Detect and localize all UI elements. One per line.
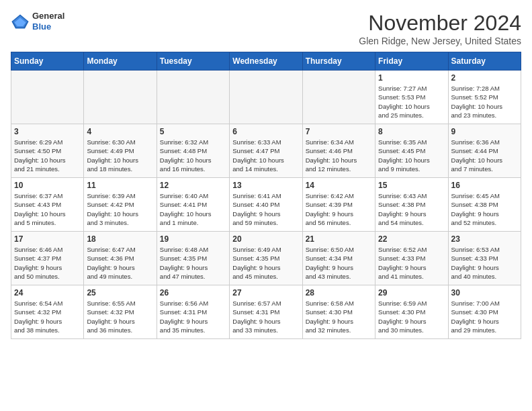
calendar-cell: 13Sunrise: 6:41 AM Sunset: 4:40 PM Dayli…	[230, 178, 302, 232]
day-info: Sunrise: 7:00 AM Sunset: 4:30 PM Dayligh…	[451, 299, 518, 334]
week-row-1: 1Sunrise: 7:27 AM Sunset: 5:53 PM Daylig…	[11, 71, 521, 124]
calendar-cell: 20Sunrise: 6:49 AM Sunset: 4:35 PM Dayli…	[230, 232, 302, 285]
day-info: Sunrise: 6:41 AM Sunset: 4:40 PM Dayligh…	[232, 191, 299, 227]
calendar-cell: 24Sunrise: 6:54 AM Sunset: 4:32 PM Dayli…	[11, 285, 84, 339]
day-number: 22	[378, 234, 445, 244]
day-number: 3	[14, 127, 81, 136]
day-info: Sunrise: 6:49 AM Sunset: 4:35 PM Dayligh…	[232, 245, 299, 281]
day-number: 27	[232, 288, 299, 298]
day-info: Sunrise: 6:36 AM Sunset: 4:44 PM Dayligh…	[451, 138, 518, 173]
weekday-header-tuesday: Tuesday	[157, 52, 229, 71]
weekday-header-friday: Friday	[375, 52, 448, 71]
day-info: Sunrise: 6:54 AM Sunset: 4:32 PM Dayligh…	[14, 299, 81, 334]
calendar-cell: 14Sunrise: 6:42 AM Sunset: 4:39 PM Dayli…	[302, 178, 375, 232]
day-info: Sunrise: 6:30 AM Sunset: 4:49 PM Dayligh…	[87, 138, 153, 173]
day-number: 23	[451, 234, 518, 244]
calendar-cell: 26Sunrise: 6:56 AM Sunset: 4:31 PM Dayli…	[157, 285, 229, 339]
calendar-cell: 7Sunrise: 6:34 AM Sunset: 4:46 PM Daylig…	[302, 124, 375, 178]
day-info: Sunrise: 6:34 AM Sunset: 4:46 PM Dayligh…	[306, 138, 372, 173]
day-number: 29	[378, 288, 445, 298]
calendar-cell: 6Sunrise: 6:33 AM Sunset: 4:47 PM Daylig…	[230, 124, 302, 178]
day-number: 16	[451, 181, 518, 190]
calendar-cell: 19Sunrise: 6:48 AM Sunset: 4:35 PM Dayli…	[157, 232, 229, 285]
calendar-cell: 18Sunrise: 6:47 AM Sunset: 4:36 PM Dayli…	[84, 232, 157, 285]
calendar-cell: 8Sunrise: 6:35 AM Sunset: 4:45 PM Daylig…	[375, 124, 448, 178]
day-info: Sunrise: 6:57 AM Sunset: 4:31 PM Dayligh…	[232, 299, 299, 334]
calendar-cell: 1Sunrise: 7:27 AM Sunset: 5:53 PM Daylig…	[375, 71, 448, 124]
calendar-header: SundayMondayTuesdayWednesdayThursdayFrid…	[11, 52, 521, 71]
day-info: Sunrise: 6:55 AM Sunset: 4:32 PM Dayligh…	[87, 299, 153, 334]
calendar-cell: 29Sunrise: 6:59 AM Sunset: 4:30 PM Dayli…	[375, 285, 448, 339]
day-number: 6	[232, 127, 299, 136]
day-info: Sunrise: 6:56 AM Sunset: 4:31 PM Dayligh…	[160, 299, 226, 334]
day-number: 19	[160, 234, 226, 244]
location-subtitle: Glen Ridge, New Jersey, United States	[359, 36, 521, 46]
weekday-header-monday: Monday	[84, 52, 157, 71]
calendar-body: 1Sunrise: 7:27 AM Sunset: 5:53 PM Daylig…	[11, 71, 521, 339]
day-number: 2	[451, 73, 518, 83]
day-info: Sunrise: 6:48 AM Sunset: 4:35 PM Dayligh…	[160, 245, 226, 281]
logo: General Blue	[11, 11, 64, 32]
day-info: Sunrise: 6:40 AM Sunset: 4:41 PM Dayligh…	[160, 191, 226, 227]
calendar-cell: 25Sunrise: 6:55 AM Sunset: 4:32 PM Dayli…	[84, 285, 157, 339]
calendar-cell: 10Sunrise: 6:37 AM Sunset: 4:43 PM Dayli…	[11, 178, 84, 232]
day-info: Sunrise: 6:39 AM Sunset: 4:42 PM Dayligh…	[87, 191, 153, 227]
month-title: November 2024	[359, 11, 521, 36]
calendar-cell: 12Sunrise: 6:40 AM Sunset: 4:41 PM Dayli…	[157, 178, 229, 232]
week-row-2: 3Sunrise: 6:29 AM Sunset: 4:50 PM Daylig…	[11, 124, 521, 178]
day-number: 11	[87, 181, 153, 190]
calendar-cell: 15Sunrise: 6:43 AM Sunset: 4:38 PM Dayli…	[375, 178, 448, 232]
day-info: Sunrise: 6:33 AM Sunset: 4:47 PM Dayligh…	[232, 138, 299, 173]
calendar-cell: 28Sunrise: 6:58 AM Sunset: 4:30 PM Dayli…	[302, 285, 375, 339]
weekday-header-saturday: Saturday	[448, 52, 521, 71]
day-info: Sunrise: 6:35 AM Sunset: 4:45 PM Dayligh…	[378, 138, 445, 173]
calendar-cell	[11, 71, 84, 124]
day-number: 26	[160, 288, 226, 298]
day-number: 20	[232, 234, 299, 244]
day-number: 28	[306, 288, 372, 298]
calendar-cell: 23Sunrise: 6:53 AM Sunset: 4:33 PM Dayli…	[448, 232, 521, 285]
day-info: Sunrise: 6:42 AM Sunset: 4:39 PM Dayligh…	[306, 191, 372, 227]
day-info: Sunrise: 6:47 AM Sunset: 4:36 PM Dayligh…	[87, 245, 153, 281]
calendar-cell: 30Sunrise: 7:00 AM Sunset: 4:30 PM Dayli…	[448, 285, 521, 339]
weekday-header-sunday: Sunday	[11, 52, 84, 71]
day-number: 4	[87, 127, 153, 136]
day-number: 25	[87, 288, 153, 298]
header: General Blue November 2024 Glen Ridge, N…	[11, 11, 521, 46]
day-number: 17	[14, 234, 81, 244]
day-number: 8	[378, 127, 445, 136]
logo-text: General Blue	[32, 11, 64, 32]
day-info: Sunrise: 6:32 AM Sunset: 4:48 PM Dayligh…	[160, 138, 226, 173]
day-info: Sunrise: 6:45 AM Sunset: 4:38 PM Dayligh…	[451, 191, 518, 227]
day-number: 24	[14, 288, 81, 298]
day-number: 5	[160, 127, 226, 136]
weekday-header-wednesday: Wednesday	[230, 52, 302, 71]
day-info: Sunrise: 7:27 AM Sunset: 5:53 PM Dayligh…	[378, 84, 445, 120]
calendar-cell: 3Sunrise: 6:29 AM Sunset: 4:50 PM Daylig…	[11, 124, 84, 178]
calendar-cell: 22Sunrise: 6:52 AM Sunset: 4:33 PM Dayli…	[375, 232, 448, 285]
day-info: Sunrise: 7:28 AM Sunset: 5:52 PM Dayligh…	[451, 84, 518, 120]
calendar-cell: 9Sunrise: 6:36 AM Sunset: 4:44 PM Daylig…	[448, 124, 521, 178]
weekday-header-thursday: Thursday	[302, 52, 375, 71]
weekday-header-row: SundayMondayTuesdayWednesdayThursdayFrid…	[11, 52, 521, 71]
day-number: 30	[451, 288, 518, 298]
calendar-cell: 21Sunrise: 6:50 AM Sunset: 4:34 PM Dayli…	[302, 232, 375, 285]
day-number: 1	[378, 73, 445, 83]
day-number: 15	[378, 181, 445, 190]
calendar-cell: 27Sunrise: 6:57 AM Sunset: 4:31 PM Dayli…	[230, 285, 302, 339]
day-number: 9	[451, 127, 518, 136]
day-info: Sunrise: 6:37 AM Sunset: 4:43 PM Dayligh…	[14, 191, 81, 227]
day-info: Sunrise: 6:59 AM Sunset: 4:30 PM Dayligh…	[378, 299, 445, 334]
calendar-cell	[157, 71, 229, 124]
day-info: Sunrise: 6:53 AM Sunset: 4:33 PM Dayligh…	[451, 245, 518, 281]
day-number: 12	[160, 181, 226, 190]
logo-icon	[11, 12, 30, 31]
calendar-table: SundayMondayTuesdayWednesdayThursdayFrid…	[11, 52, 521, 339]
week-row-5: 24Sunrise: 6:54 AM Sunset: 4:32 PM Dayli…	[11, 285, 521, 339]
calendar-cell: 4Sunrise: 6:30 AM Sunset: 4:49 PM Daylig…	[84, 124, 157, 178]
day-number: 10	[14, 181, 81, 190]
day-number: 13	[232, 181, 299, 190]
calendar-cell: 16Sunrise: 6:45 AM Sunset: 4:38 PM Dayli…	[448, 178, 521, 232]
calendar-cell	[302, 71, 375, 124]
title-area: November 2024 Glen Ridge, New Jersey, Un…	[359, 11, 521, 46]
